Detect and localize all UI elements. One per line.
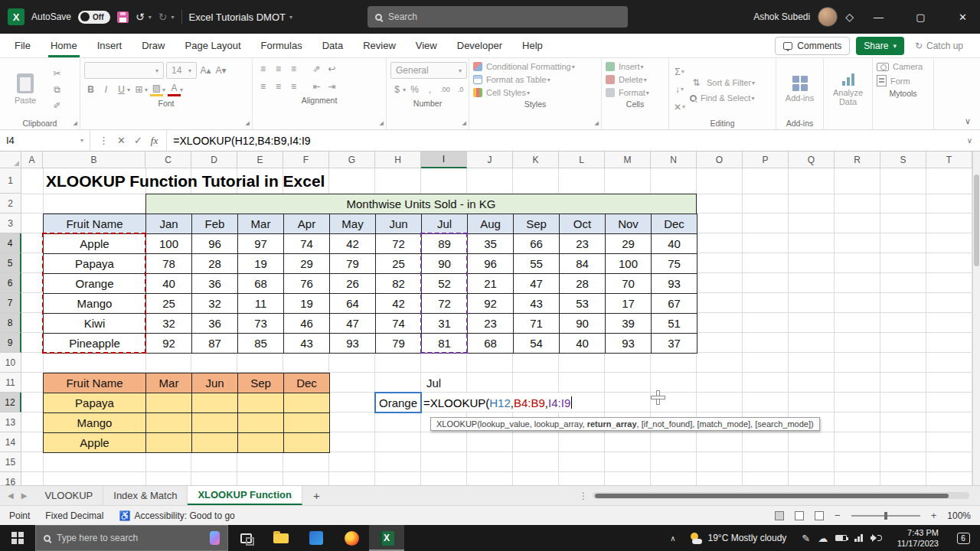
form-button[interactable]: Form — [877, 75, 929, 86]
autosum-icon[interactable]: Σ▾ — [673, 65, 686, 79]
column-header-P[interactable]: P — [743, 152, 789, 168]
orientation-icon[interactable]: ⇗ — [310, 62, 323, 76]
row-header-9[interactable]: 9 — [0, 333, 21, 353]
table1-value-cell[interactable]: 71 — [514, 314, 560, 334]
percent-icon[interactable]: % — [408, 83, 421, 96]
scrollbar-thumb[interactable] — [595, 494, 949, 498]
cell-H12[interactable]: Orange — [374, 392, 422, 413]
table2-fruit-cell[interactable]: Papaya — [44, 393, 146, 413]
table1-value-cell[interactable]: 54 — [514, 334, 560, 354]
table1-value-cell[interactable]: 47 — [330, 314, 376, 334]
vertical-scrollbar[interactable] — [972, 152, 980, 485]
increase-indent-icon[interactable]: ⇥ — [325, 80, 338, 93]
font-size-select[interactable]: 14▾ — [166, 62, 197, 79]
table1-value-cell[interactable]: 68 — [238, 274, 284, 294]
table2-empty-cell[interactable] — [284, 393, 330, 413]
table1-value-cell[interactable]: 40 — [652, 234, 697, 254]
table1-value-cell[interactable]: 79 — [330, 254, 376, 274]
table2-empty-cell[interactable] — [192, 413, 238, 433]
table1-value-cell[interactable]: 42 — [330, 234, 376, 254]
table2-empty-cell[interactable] — [146, 413, 192, 433]
table2-empty-cell[interactable] — [284, 433, 330, 453]
row-header-7[interactable]: 7 — [0, 293, 21, 313]
table1-value-cell[interactable]: 39 — [606, 314, 652, 334]
table1-fruit-cell[interactable]: Apple — [44, 234, 146, 254]
table1-value-cell[interactable]: 93 — [606, 334, 652, 354]
table1-value-cell[interactable]: 72 — [422, 294, 468, 314]
search-highlight-icon[interactable] — [210, 531, 220, 545]
ribbon-tab-page-layout[interactable]: Page Layout — [175, 34, 251, 57]
row-header-16[interactable]: 16 — [0, 472, 21, 485]
table1-value-cell[interactable]: 64 — [330, 294, 376, 314]
firefox-button[interactable] — [334, 525, 369, 551]
table1-value-cell[interactable]: 84 — [560, 254, 606, 274]
sheet-tab-index-match[interactable]: Index & Match — [103, 486, 188, 505]
wrap-text-icon[interactable]: ↩ — [325, 62, 338, 76]
avatar[interactable] — [818, 7, 838, 27]
table1-fruit-cell[interactable]: Orange — [44, 274, 146, 294]
new-sheet-button[interactable]: + — [302, 486, 331, 505]
table1-value-cell[interactable]: 28 — [192, 254, 238, 274]
zoom-slider-thumb[interactable] — [884, 512, 887, 520]
dialog-launcher-icon[interactable]: ◢ — [462, 120, 466, 126]
notification-center-button[interactable]: 6 — [946, 533, 980, 544]
tab-options-icon[interactable]: ⋮ — [574, 486, 593, 505]
table1-value-cell[interactable]: 90 — [422, 254, 468, 274]
column-header-D[interactable]: D — [191, 152, 237, 168]
column-header-N[interactable]: N — [651, 152, 697, 168]
undo-dropdown-icon[interactable]: ▾ — [149, 14, 152, 21]
column-header-G[interactable]: G — [329, 152, 375, 168]
underline-button[interactable]: U — [115, 83, 128, 96]
sheet-tab-vlookup[interactable]: VLOOKUP — [34, 486, 103, 505]
undo-icon[interactable]: ↺ — [136, 11, 145, 23]
workbook-title[interactable]: Excel Tutorials DMOT — [189, 11, 286, 23]
table1-value-cell[interactable]: 74 — [376, 314, 422, 334]
table1-value-cell[interactable]: 76 — [284, 274, 330, 294]
copy-icon[interactable]: ⧉ — [51, 83, 64, 96]
row-header-13[interactable]: 13 — [0, 412, 21, 432]
normal-view-button[interactable] — [775, 511, 784, 520]
page-break-view-button[interactable] — [815, 511, 824, 520]
align-top-icon[interactable]: ≡ — [256, 62, 270, 76]
table1-value-cell[interactable]: 89 — [422, 234, 468, 254]
taskbar-search-box[interactable] — [35, 525, 228, 551]
row-header-8[interactable]: 8 — [0, 313, 21, 333]
table1-value-cell[interactable]: 32 — [192, 294, 238, 314]
table1-value-cell[interactable]: 43 — [514, 294, 560, 314]
start-button[interactable] — [0, 525, 35, 551]
table1-value-cell[interactable]: 100 — [146, 234, 192, 254]
table1-value-cell[interactable]: 43 — [284, 334, 330, 354]
decrease-decimal-icon[interactable]: .0 — [454, 83, 467, 96]
select-all-corner[interactable] — [0, 152, 21, 168]
font-color-icon[interactable]: A — [168, 83, 181, 96]
row-header-10[interactable]: 10 — [0, 353, 21, 373]
table1-value-cell[interactable]: 11 — [238, 294, 284, 314]
pen-icon[interactable]: ✎ — [802, 533, 810, 544]
enter-icon[interactable]: ✓ — [134, 135, 142, 146]
table1-value-cell[interactable]: 19 — [284, 294, 330, 314]
excel-taskbar-button[interactable]: X — [369, 525, 404, 551]
table1-value-cell[interactable]: 73 — [238, 314, 284, 334]
ribbon-tab-file[interactable]: File — [5, 34, 41, 57]
font-color-dropdown-icon[interactable]: ▾ — [180, 86, 183, 93]
table1-value-cell[interactable]: 32 — [146, 314, 192, 334]
row-header-12[interactable]: 12 — [0, 393, 21, 412]
minimize-button[interactable]: — — [861, 0, 896, 34]
align-center-icon[interactable]: ≡ — [272, 80, 285, 93]
autosave-toggle[interactable]: Off — [78, 11, 110, 24]
table1-value-cell[interactable]: 29 — [284, 254, 330, 274]
table2-empty-cell[interactable] — [192, 393, 238, 413]
align-left-icon[interactable]: ≡ — [256, 80, 270, 93]
camera-button[interactable]: Camera — [877, 62, 929, 71]
ribbon-tab-view[interactable]: View — [406, 34, 447, 57]
file-explorer-button[interactable] — [263, 525, 299, 551]
table2-empty-cell[interactable] — [238, 433, 284, 453]
table1-fruit-cell[interactable]: Pineapple — [44, 334, 146, 354]
table2-empty-cell[interactable] — [146, 393, 192, 413]
shrink-font-icon[interactable]: A▾ — [214, 64, 227, 77]
format-as-table-button[interactable]: Format as Table ▾ — [473, 75, 597, 84]
search-input[interactable] — [388, 11, 587, 22]
format-cells-button[interactable]: Format ▾ — [606, 88, 665, 97]
table1-value-cell[interactable]: 93 — [652, 274, 697, 294]
format-painter-icon[interactable]: ✐ — [51, 99, 64, 112]
